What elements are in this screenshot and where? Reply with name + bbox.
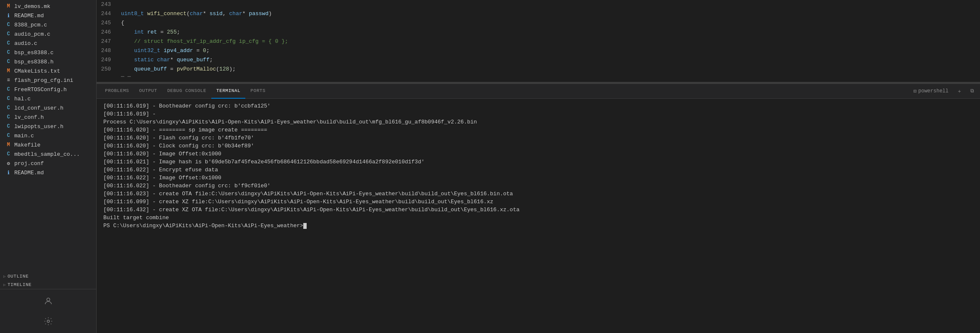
sidebar-file-item[interactable]: CFreeRTOSConfig.h [0, 85, 96, 94]
sidebar: Mlv_demos.mkℹREADME.mdC8388_pcm.cCaudio_… [0, 0, 97, 333]
terminal-line: [00:11:16.019] - [103, 110, 973, 118]
code-line: 247 // struct fhost_vif_ip_addr_cfg ip_c… [97, 37, 980, 46]
add-terminal-button[interactable]: ＋ [954, 87, 964, 96]
file-list: Mlv_demos.mkℹREADME.mdC8388_pcm.cCaudio_… [0, 0, 96, 272]
file-type-icon: C [5, 31, 12, 37]
panel-area: PROBLEMSOUTPUTDEBUG CONSOLETERMINALPORTS… [97, 84, 980, 333]
timeline-label: TIMELINE [8, 282, 32, 287]
file-name: FreeRTOSConfig.h [14, 87, 67, 93]
terminal-line: [00:11:16.020] - Image Offset:0x1000 [103, 150, 973, 158]
split-terminal-button[interactable]: ⧉ [968, 87, 977, 95]
code-line: 250 queue_buff = pvPortMalloc(128); [97, 65, 980, 74]
file-type-icon: C [5, 59, 12, 65]
code-content: uint8_t wifi_connect(char* ssid, char* p… [118, 9, 980, 18]
outline-chevron: ▷ [3, 274, 6, 279]
file-type-icon: C [5, 123, 12, 129]
file-name: CMakeLists.txt [14, 68, 60, 74]
sidebar-file-item[interactable]: ⚙proj.conf [0, 159, 96, 168]
sidebar-file-item[interactable]: Cbsp_es8388.c [0, 48, 96, 57]
file-name: lv_demos.mk [14, 3, 50, 10]
sidebar-file-item[interactable]: Cmbedtls_sample_co... [0, 149, 96, 159]
file-type-icon: M [5, 3, 12, 9]
sidebar-file-item[interactable]: MMakefile [0, 140, 96, 149]
panel-tab-terminal[interactable]: TERMINAL [211, 84, 245, 99]
code-content: { [118, 18, 980, 28]
code-line: 246 int ret = 255; [97, 28, 980, 37]
shell-label: powershell [918, 88, 948, 94]
line-number: 247 [97, 37, 118, 46]
timeline-section[interactable]: ▷ TIMELINE [0, 281, 96, 289]
file-type-icon: ≡ [5, 77, 12, 83]
shell-selector[interactable]: ⊡ powershell [911, 87, 951, 95]
file-type-icon: C [5, 40, 12, 46]
terminal-line: Process C:\Users\dingxy\AiPiKits\AiPi-Op… [103, 118, 973, 126]
sidebar-file-item[interactable]: Clwipopts_user.h [0, 122, 96, 131]
sidebar-file-item[interactable]: Clv_conf.h [0, 113, 96, 122]
file-type-icon: C [5, 50, 12, 55]
sidebar-file-item[interactable]: Clcd_conf_user.h [0, 103, 96, 113]
file-name: bsp_es8388.c [14, 50, 54, 56]
file-type-icon: C [5, 151, 12, 157]
file-name: hal.c [14, 96, 31, 102]
file-name: proj.conf [14, 160, 44, 167]
terminal-line: [00:11:16.020] - ======== sp image creat… [103, 126, 973, 134]
terminal-content[interactable]: [00:11:16.019] - Bootheader config crc: … [97, 99, 980, 333]
sidebar-file-item[interactable]: Cbsp_es8388.h [0, 57, 96, 66]
sidebar-file-item[interactable]: Caudio_pcm.c [0, 29, 96, 39]
code-editor: 243244uint8_t wifi_connect(char* ssid, c… [97, 0, 980, 82]
terminal-line: [00:11:16.022] - Image Offset:0x1000 [103, 174, 973, 182]
outline-section[interactable]: ▷ OUTLINE [0, 272, 96, 281]
file-name: 8388_pcm.c [14, 22, 47, 28]
terminal-line: [00:11:16.022] - Encrypt efuse data [103, 166, 973, 174]
terminal-line: [00:11:16.020] - Flash config crc: b'4fb… [103, 134, 973, 142]
file-type-icon: C [5, 96, 12, 102]
terminal-line: [00:11:16.019] - Bootheader config crc: … [103, 102, 973, 110]
outline-label: OUTLINE [8, 274, 29, 279]
sidebar-file-item[interactable]: Mlv_demos.mk [0, 2, 96, 11]
panel-tab-problems[interactable]: PROBLEMS [100, 84, 134, 99]
sidebar-file-item[interactable]: Cmain.c [0, 131, 96, 140]
svg-point-0 [47, 298, 50, 301]
code-content: queue_buff = pvPortMalloc(128); [118, 65, 980, 74]
sidebar-file-item[interactable]: MCMakeLists.txt [0, 66, 96, 76]
sidebar-file-item[interactable]: Caudio.c [0, 39, 96, 48]
panel-tab-ports[interactable]: PORTS [245, 84, 271, 99]
sidebar-file-item[interactable]: ℹREADME.md [0, 168, 96, 177]
file-type-icon: M [5, 68, 12, 74]
terminal-line: [00:11:16.020] - Clock config crc: b'0b3… [103, 142, 973, 150]
account-icon[interactable] [40, 293, 57, 309]
panel-tab-debug-console[interactable]: DEBUG CONSOLE [162, 84, 211, 99]
panel-tab-output[interactable]: OUTPUT [134, 84, 162, 99]
terminal-line: [00:11:16.023] - create OTA file:C:\User… [103, 190, 973, 198]
settings-icon[interactable] [40, 313, 57, 330]
code-ellipsis: ─ ─ [97, 74, 980, 79]
line-number: 244 [97, 9, 118, 18]
terminal-line: [00:11:16.022] - Bootheader config crc: … [103, 182, 973, 190]
line-number: 243 [97, 0, 118, 9]
file-name: bsp_es8388.h [14, 59, 54, 65]
file-name: lv_conf.h [14, 114, 44, 121]
terminal-line: [00:11:16.021] - Image hash is b'69de5b7… [103, 158, 973, 166]
sidebar-file-item[interactable]: C8388_pcm.c [0, 20, 96, 29]
file-name: README.md [14, 170, 44, 176]
line-number: 246 [97, 28, 118, 37]
sidebar-file-item[interactable]: ≡flash_prog_cfg.ini [0, 76, 96, 85]
timeline-chevron: ▷ [3, 283, 6, 287]
sidebar-file-item[interactable]: Chal.c [0, 94, 96, 103]
file-type-icon: C [5, 105, 12, 111]
file-name: lwipopts_user.h [14, 123, 63, 130]
sidebar-file-item[interactable]: ℹREADME.md [0, 11, 96, 20]
panel-tabs-right: ⊡ powershell ＋ ⧉ [911, 87, 977, 96]
terminal-cursor [303, 223, 307, 229]
panel-tabs: PROBLEMSOUTPUTDEBUG CONSOLETERMINALPORTS… [97, 84, 980, 99]
file-name: lcd_conf_user.h [14, 105, 63, 111]
powershell-icon: ⊡ [914, 88, 917, 94]
code-line: 244uint8_t wifi_connect(char* ssid, char… [97, 9, 980, 18]
sidebar-bottom [0, 289, 96, 333]
code-content: static char* queue_buff; [118, 55, 980, 65]
code-line: 248 uint32_t ipv4_addr = 0; [97, 46, 980, 55]
file-name: flash_prog_cfg.ini [14, 77, 73, 84]
line-number: 250 [97, 65, 118, 74]
file-name: Makefile [14, 142, 40, 148]
svg-point-1 [47, 320, 50, 323]
